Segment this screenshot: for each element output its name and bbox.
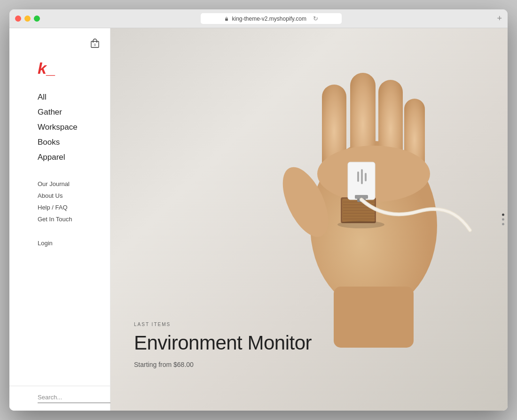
scrollbar-dot-1 bbox=[502, 214, 504, 216]
traffic-light-red[interactable] bbox=[15, 16, 21, 22]
nav-item-all[interactable]: All bbox=[38, 90, 102, 104]
hero-image: LAST ITEMS Environment Monitor Starting … bbox=[110, 28, 508, 411]
scrollbar-track bbox=[502, 214, 504, 226]
nav-item-contact[interactable]: Get In Touch bbox=[38, 214, 102, 225]
hero-label: LAST ITEMS bbox=[134, 322, 312, 327]
traffic-lights bbox=[15, 16, 40, 22]
address-bar: king-theme-v2.myshopify.com ↻ bbox=[64, 13, 478, 24]
browser-content: 0 k_ All Gather Workspace Books Apparel … bbox=[9, 28, 508, 411]
browser-chrome: king-theme-v2.myshopify.com ↻ + bbox=[9, 9, 508, 28]
logo-underscore: _ bbox=[46, 60, 55, 76]
cart-icon: 0 bbox=[88, 37, 102, 50]
nav-primary: All Gather Workspace Books Apparel bbox=[9, 90, 110, 164]
browser-window: king-theme-v2.myshopify.com ↻ + 0 k_ bbox=[9, 9, 508, 411]
nav-login: Login bbox=[9, 225, 110, 249]
nav-item-gather[interactable]: Gather bbox=[38, 105, 102, 119]
cart-button[interactable]: 0 bbox=[88, 37, 102, 52]
nav-item-about[interactable]: About Us bbox=[38, 190, 102, 201]
svg-text:0: 0 bbox=[94, 43, 96, 47]
url-text: king-theme-v2.myshopify.com bbox=[232, 16, 306, 22]
refresh-button[interactable]: ↻ bbox=[313, 15, 318, 22]
svg-rect-24 bbox=[361, 169, 363, 184]
logo[interactable]: k_ bbox=[9, 52, 110, 90]
logo-k: k bbox=[38, 60, 46, 76]
search-input[interactable] bbox=[38, 394, 117, 403]
lock-icon bbox=[224, 16, 229, 21]
svg-point-28 bbox=[337, 221, 384, 228]
new-tab-button[interactable]: + bbox=[497, 14, 502, 23]
login-button[interactable]: Login bbox=[38, 238, 102, 249]
scrollbar-dot-2 bbox=[502, 218, 504, 221]
nav-item-books[interactable]: Books bbox=[38, 135, 102, 149]
svg-rect-25 bbox=[365, 173, 367, 181]
nav-item-apparel[interactable]: Apparel bbox=[38, 150, 102, 164]
nav-item-workspace[interactable]: Workspace bbox=[38, 120, 102, 134]
hero-text-block: LAST ITEMS Environment Monitor Starting … bbox=[134, 322, 312, 368]
main-content: LAST ITEMS Environment Monitor Starting … bbox=[110, 28, 508, 411]
svg-rect-0 bbox=[226, 18, 228, 21]
hero-title: Environment Monitor bbox=[134, 332, 312, 354]
scrollbar-dot-3 bbox=[502, 223, 504, 226]
nav-item-journal[interactable]: Our Journal bbox=[38, 179, 102, 189]
sidebar: 0 k_ All Gather Workspace Books Apparel … bbox=[9, 28, 110, 411]
svg-rect-12 bbox=[334, 287, 414, 348]
address-bar-inner[interactable]: king-theme-v2.myshopify.com ↻ bbox=[201, 13, 342, 24]
nav-item-faq[interactable]: Help / FAQ bbox=[38, 202, 102, 213]
sidebar-top: 0 bbox=[9, 28, 110, 52]
sidebar-search bbox=[9, 386, 110, 411]
traffic-light-green[interactable] bbox=[34, 16, 40, 22]
hero-price: Starting from $68.00 bbox=[134, 361, 312, 368]
svg-rect-23 bbox=[357, 171, 359, 182]
nav-secondary: Our Journal About Us Help / FAQ Get In T… bbox=[9, 164, 110, 225]
hand-illustration bbox=[254, 28, 489, 348]
traffic-light-yellow[interactable] bbox=[24, 16, 31, 22]
